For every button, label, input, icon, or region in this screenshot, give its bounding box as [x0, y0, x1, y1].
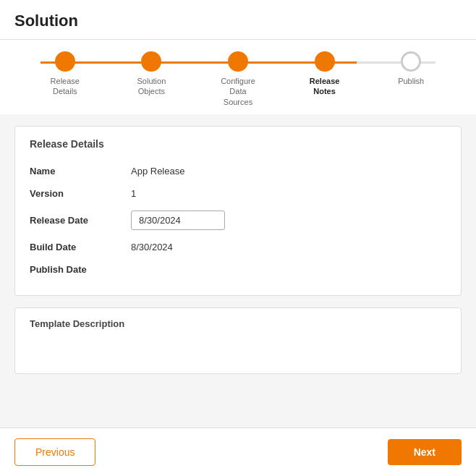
- step-release-details[interactable]: ReleaseDetails: [22, 51, 109, 107]
- field-value-version: 1: [131, 188, 446, 199]
- step-circle-publish: [401, 51, 421, 72]
- field-row-build-date: Build Date 8/30/2024: [30, 236, 446, 258]
- field-value-name: App Release: [131, 166, 446, 177]
- footer: Previous Next: [0, 428, 476, 476]
- step-circle-release-notes: [315, 51, 335, 72]
- step-circle-solution-objects: [141, 51, 161, 72]
- field-row-publish-date: Publish Date: [30, 258, 446, 281]
- step-label-solution-objects: SolutionObjects: [137, 76, 166, 97]
- step-label-configure-data-sources: ConfigureDataSources: [221, 76, 255, 107]
- field-label-version: Version: [30, 188, 131, 199]
- field-value-build-date: 8/30/2024: [131, 242, 446, 252]
- stepper: ReleaseDetails SolutionObjects Configure…: [22, 51, 454, 107]
- page-title: Solution: [14, 12, 78, 30]
- step-circle-release-details: [55, 51, 75, 72]
- previous-button[interactable]: Previous: [14, 438, 95, 466]
- release-date-input[interactable]: [131, 211, 225, 230]
- stepper-steps: ReleaseDetails SolutionObjects Configure…: [22, 51, 454, 107]
- step-circle-configure-data-sources: [228, 51, 248, 72]
- field-label-name: Name: [30, 166, 131, 177]
- field-label-release-date: Release Date: [30, 215, 131, 226]
- next-button[interactable]: Next: [388, 439, 462, 465]
- release-details-card: Release Details Name App Release Version…: [14, 126, 462, 296]
- field-row-name: Name App Release: [30, 160, 446, 182]
- step-configure-data-sources[interactable]: ConfigureDataSources: [195, 51, 281, 107]
- field-label-build-date: Build Date: [30, 242, 131, 252]
- step-solution-objects[interactable]: SolutionObjects: [109, 51, 195, 107]
- page-wrapper: Solution ReleaseDetails SolutionObjects …: [0, 0, 476, 476]
- stepper-container: ReleaseDetails SolutionObjects Configure…: [0, 40, 476, 114]
- step-publish[interactable]: Publish: [367, 51, 454, 107]
- field-row-version: Version 1: [30, 182, 446, 205]
- field-label-publish-date: Publish Date: [30, 264, 131, 275]
- step-label-release-notes: ReleaseNotes: [310, 76, 340, 97]
- step-release-notes[interactable]: ReleaseNotes: [281, 51, 368, 107]
- field-row-release-date: Release Date: [30, 205, 446, 236]
- step-label-release-details: ReleaseDetails: [51, 76, 80, 97]
- template-description-section: Template Description: [14, 307, 462, 374]
- step-label-publish: Publish: [398, 76, 424, 86]
- release-details-title: Release Details: [30, 138, 446, 150]
- template-description-input[interactable]: [30, 335, 446, 364]
- header: Solution: [0, 0, 476, 40]
- template-description-title: Template Description: [30, 318, 446, 329]
- main-content: Release Details Name App Release Version…: [0, 114, 476, 428]
